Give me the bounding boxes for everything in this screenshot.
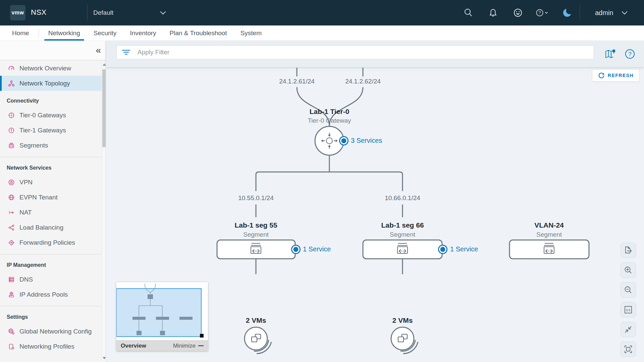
collapse-view-button[interactable]	[621, 322, 636, 337]
sidebar-item-networking-profiles[interactable]: Networking Profiles	[0, 339, 102, 354]
actual-size-button[interactable]: 1:1	[621, 302, 636, 317]
minimap-resize-handle[interactable]	[200, 334, 204, 338]
tab-label: Plan & Troubleshoot	[170, 29, 227, 37]
tab-security[interactable]: Security	[87, 25, 123, 41]
minimap-viewport[interactable]	[116, 289, 201, 337]
topology-canvas[interactable]: 24.1.2.61/24 24.1.2.62/24 Lab-1 Tier-0 T…	[106, 67, 644, 362]
minimize-label: Minimize	[173, 343, 196, 349]
profile-gear-icon	[8, 343, 15, 350]
vm-group-seg66[interactable]	[391, 327, 418, 354]
sidebar-item-ip-address-pools[interactable]: IP Address Pools	[0, 287, 102, 302]
segment-services-badge[interactable]	[292, 245, 300, 254]
tier0-services-badge[interactable]	[340, 137, 348, 145]
branch-lower-lines	[256, 204, 402, 217]
project-dropdown-value: Default	[93, 9, 113, 16]
segment-name: VLAN-24	[534, 221, 564, 229]
sidebar-item-vpn[interactable]: VPN	[0, 175, 102, 190]
evpn-globe-icon	[8, 194, 15, 201]
zoom-out-button[interactable]	[621, 282, 636, 298]
fit-screen-icon	[624, 345, 633, 354]
notifications-bell-icon	[488, 8, 498, 17]
main-nav: Home Networking Security Inventory Plan …	[0, 25, 644, 41]
project-dropdown[interactable]: Default	[93, 0, 113, 25]
refresh-button[interactable]: REFRESH	[592, 69, 640, 82]
vmware-logo[interactable]: vmw	[10, 5, 25, 20]
overview-minimap[interactable]: Overview Minimize	[116, 282, 208, 351]
tab-system[interactable]: System	[234, 25, 268, 41]
sidebar-nav: Network Overview Network Topology Connec…	[0, 61, 102, 362]
vm-group-seg55[interactable]	[245, 327, 271, 354]
export-topology-button[interactable]	[621, 243, 636, 258]
tab-home[interactable]: Home	[5, 25, 36, 41]
sidebar-item-forwarding-policies[interactable]: Forwarding Policies	[0, 235, 102, 250]
minimap-minimize-button[interactable]: Minimize	[173, 343, 204, 349]
scroll-up-arrow[interactable]	[103, 63, 106, 66]
segment-services-badge[interactable]	[439, 245, 447, 254]
segment-services-link[interactable]: 1 Service	[303, 245, 331, 253]
tier0-gateway-node[interactable]	[315, 126, 348, 155]
divider	[0, 306, 102, 306]
load-balancer-icon	[8, 224, 15, 231]
zoom-in-icon	[624, 266, 633, 275]
segment-type: Segment	[390, 231, 415, 238]
segment-services-link[interactable]: 1 Service	[450, 245, 478, 253]
tab-plan-troubleshoot[interactable]: Plan & Troubleshoot	[163, 25, 234, 41]
sidebar-item-network-topology[interactable]: Network Topology	[0, 76, 102, 91]
uplink-ip-label: 24.1.2.62/24	[345, 78, 381, 85]
question-circle-icon: ?	[625, 49, 635, 59]
sidebar-item-label: Forwarding Policies	[19, 239, 75, 246]
product-title: NSX	[31, 8, 47, 17]
segment-to-vm-lines	[256, 259, 402, 274]
minimize-dash-icon	[198, 345, 204, 346]
minimap-footer: Overview Minimize	[116, 340, 208, 351]
segment-node-lab1-seg55[interactable]	[217, 240, 300, 259]
feedback-button[interactable]	[511, 6, 525, 19]
sidebar-section-network-services: Network Services	[0, 161, 102, 175]
refresh-icon	[598, 72, 605, 79]
sidebar-item-network-overview[interactable]: Network Overview	[0, 61, 102, 76]
svg-text:?: ?	[628, 51, 631, 57]
zoom-in-button[interactable]	[621, 262, 636, 278]
tier0-services-link[interactable]: 3 Services	[351, 137, 382, 144]
sidebar-item-dns[interactable]: DNS	[0, 272, 102, 287]
segment-node-lab1-seg66[interactable]	[363, 240, 447, 259]
sidebar-item-tier1-gateways[interactable]: Tier-1 Gateways	[0, 123, 102, 138]
fit-to-screen-button[interactable]	[621, 342, 636, 357]
tab-networking[interactable]: Networking	[42, 25, 87, 41]
divider	[580, 5, 580, 21]
segment-name: Lab-1 seg 66	[381, 221, 424, 229]
globe-gear-icon	[8, 328, 15, 335]
tab-inventory[interactable]: Inventory	[123, 25, 163, 41]
sidebar-item-tier0-gateways[interactable]: Tier-0 Gateways	[0, 108, 102, 123]
segment-type: Segment	[243, 231, 269, 238]
scroll-down-arrow[interactable]	[103, 357, 106, 359]
help-menu-button[interactable]: ?	[535, 6, 549, 19]
sidebar-item-evpn-tenant[interactable]: EVPN Tenant	[0, 190, 102, 205]
tier0-gateway-icon	[8, 112, 15, 119]
active-tab-indicator	[44, 39, 84, 41]
theme-toggle-button[interactable]	[561, 6, 574, 19]
sidebar-item-label: Global Networking Config	[19, 328, 92, 335]
sidebar-collapse-button[interactable]: «	[96, 46, 101, 55]
segment-type: Segment	[536, 231, 562, 238]
sidebar-section-connectivity: Connectivity	[0, 94, 102, 108]
chevron-down-icon[interactable]	[160, 9, 166, 15]
user-menu[interactable]: admin	[595, 0, 627, 25]
uplink-ip-label: 24.1.2.61/24	[279, 78, 315, 85]
segment-ip-label: 10.55.0.1/24	[238, 194, 274, 202]
ip-pools-icon	[8, 291, 15, 298]
notifications-button[interactable]	[486, 6, 500, 19]
filter-input[interactable]	[116, 45, 594, 59]
search-button[interactable]	[462, 6, 475, 19]
segment-node-vlan24[interactable]	[509, 240, 589, 259]
sidebar-scrollbar[interactable]	[102, 61, 106, 362]
scrollbar-thumb[interactable]	[102, 69, 106, 147]
legend-map-button[interactable]	[603, 47, 617, 61]
filter-bar: ?	[106, 41, 644, 67]
topology-help-button[interactable]: ?	[623, 47, 637, 61]
sidebar-item-global-networking-config[interactable]: Global Networking Config	[0, 324, 102, 339]
sidebar-item-label: Tier-1 Gateways	[19, 127, 66, 134]
sidebar-item-nat[interactable]: NAT	[0, 205, 102, 220]
sidebar-item-load-balancing[interactable]: Load Balancing	[0, 220, 102, 235]
sidebar-item-segments[interactable]: Segments	[0, 138, 102, 153]
